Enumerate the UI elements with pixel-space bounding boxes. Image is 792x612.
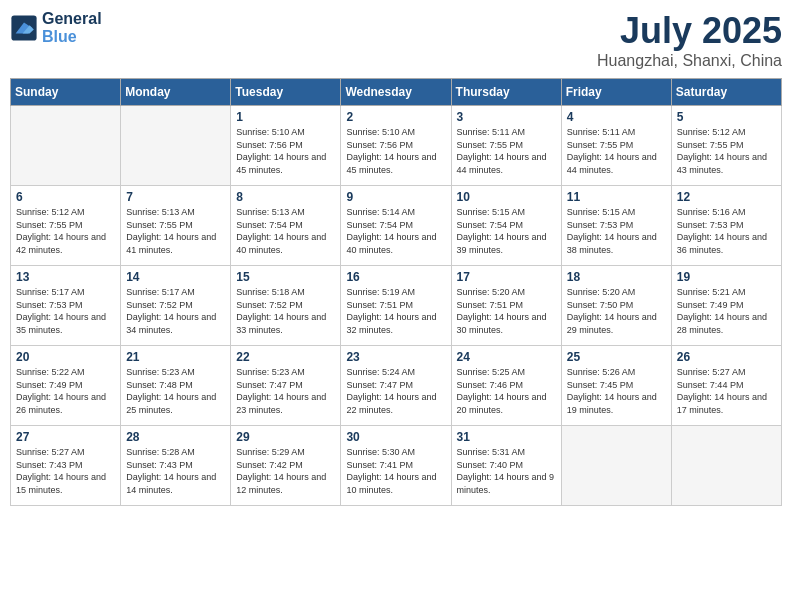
day-number: 20 (16, 350, 115, 364)
calendar-cell: 9 Sunrise: 5:14 AM Sunset: 7:54 PM Dayli… (341, 186, 451, 266)
cell-detail: Sunrise: 5:15 AM Sunset: 7:54 PM Dayligh… (457, 206, 556, 256)
calendar-cell: 3 Sunrise: 5:11 AM Sunset: 7:55 PM Dayli… (451, 106, 561, 186)
cell-detail: Sunrise: 5:13 AM Sunset: 7:55 PM Dayligh… (126, 206, 225, 256)
page-header: General Blue July 2025 Huangzhai, Shanxi… (10, 10, 782, 70)
weekday-friday: Friday (561, 79, 671, 106)
calendar-cell: 15 Sunrise: 5:18 AM Sunset: 7:52 PM Dayl… (231, 266, 341, 346)
calendar-cell: 21 Sunrise: 5:23 AM Sunset: 7:48 PM Dayl… (121, 346, 231, 426)
day-number: 1 (236, 110, 335, 124)
day-number: 4 (567, 110, 666, 124)
day-number: 3 (457, 110, 556, 124)
day-number: 6 (16, 190, 115, 204)
calendar-cell: 8 Sunrise: 5:13 AM Sunset: 7:54 PM Dayli… (231, 186, 341, 266)
calendar-cell: 27 Sunrise: 5:27 AM Sunset: 7:43 PM Dayl… (11, 426, 121, 506)
weekday-monday: Monday (121, 79, 231, 106)
day-number: 25 (567, 350, 666, 364)
calendar-cell: 29 Sunrise: 5:29 AM Sunset: 7:42 PM Dayl… (231, 426, 341, 506)
day-number: 14 (126, 270, 225, 284)
weekday-wednesday: Wednesday (341, 79, 451, 106)
calendar-cell: 26 Sunrise: 5:27 AM Sunset: 7:44 PM Dayl… (671, 346, 781, 426)
day-number: 24 (457, 350, 556, 364)
day-number: 15 (236, 270, 335, 284)
day-number: 16 (346, 270, 445, 284)
weekday-saturday: Saturday (671, 79, 781, 106)
logo-icon (10, 14, 38, 42)
calendar-cell: 10 Sunrise: 5:15 AM Sunset: 7:54 PM Dayl… (451, 186, 561, 266)
cell-detail: Sunrise: 5:21 AM Sunset: 7:49 PM Dayligh… (677, 286, 776, 336)
calendar-body: 1 Sunrise: 5:10 AM Sunset: 7:56 PM Dayli… (11, 106, 782, 506)
cell-detail: Sunrise: 5:18 AM Sunset: 7:52 PM Dayligh… (236, 286, 335, 336)
cell-detail: Sunrise: 5:27 AM Sunset: 7:43 PM Dayligh… (16, 446, 115, 496)
cell-detail: Sunrise: 5:30 AM Sunset: 7:41 PM Dayligh… (346, 446, 445, 496)
calendar-cell (121, 106, 231, 186)
week-row-3: 20 Sunrise: 5:22 AM Sunset: 7:49 PM Dayl… (11, 346, 782, 426)
day-number: 26 (677, 350, 776, 364)
calendar-cell: 28 Sunrise: 5:28 AM Sunset: 7:43 PM Dayl… (121, 426, 231, 506)
day-number: 12 (677, 190, 776, 204)
day-number: 11 (567, 190, 666, 204)
cell-detail: Sunrise: 5:10 AM Sunset: 7:56 PM Dayligh… (346, 126, 445, 176)
cell-detail: Sunrise: 5:10 AM Sunset: 7:56 PM Dayligh… (236, 126, 335, 176)
cell-detail: Sunrise: 5:15 AM Sunset: 7:53 PM Dayligh… (567, 206, 666, 256)
weekday-tuesday: Tuesday (231, 79, 341, 106)
day-number: 9 (346, 190, 445, 204)
calendar-cell: 30 Sunrise: 5:30 AM Sunset: 7:41 PM Dayl… (341, 426, 451, 506)
cell-detail: Sunrise: 5:20 AM Sunset: 7:50 PM Dayligh… (567, 286, 666, 336)
day-number: 2 (346, 110, 445, 124)
cell-detail: Sunrise: 5:12 AM Sunset: 7:55 PM Dayligh… (16, 206, 115, 256)
calendar-cell: 4 Sunrise: 5:11 AM Sunset: 7:55 PM Dayli… (561, 106, 671, 186)
calendar-cell (561, 426, 671, 506)
day-number: 13 (16, 270, 115, 284)
month-title: July 2025 (597, 10, 782, 52)
calendar-cell: 31 Sunrise: 5:31 AM Sunset: 7:40 PM Dayl… (451, 426, 561, 506)
calendar-cell: 24 Sunrise: 5:25 AM Sunset: 7:46 PM Dayl… (451, 346, 561, 426)
calendar-cell (11, 106, 121, 186)
day-number: 29 (236, 430, 335, 444)
calendar-cell: 23 Sunrise: 5:24 AM Sunset: 7:47 PM Dayl… (341, 346, 451, 426)
calendar-cell: 14 Sunrise: 5:17 AM Sunset: 7:52 PM Dayl… (121, 266, 231, 346)
week-row-2: 13 Sunrise: 5:17 AM Sunset: 7:53 PM Dayl… (11, 266, 782, 346)
day-number: 22 (236, 350, 335, 364)
calendar-cell: 7 Sunrise: 5:13 AM Sunset: 7:55 PM Dayli… (121, 186, 231, 266)
cell-detail: Sunrise: 5:31 AM Sunset: 7:40 PM Dayligh… (457, 446, 556, 496)
cell-detail: Sunrise: 5:25 AM Sunset: 7:46 PM Dayligh… (457, 366, 556, 416)
calendar-cell: 18 Sunrise: 5:20 AM Sunset: 7:50 PM Dayl… (561, 266, 671, 346)
calendar-cell: 1 Sunrise: 5:10 AM Sunset: 7:56 PM Dayli… (231, 106, 341, 186)
week-row-4: 27 Sunrise: 5:27 AM Sunset: 7:43 PM Dayl… (11, 426, 782, 506)
cell-detail: Sunrise: 5:11 AM Sunset: 7:55 PM Dayligh… (457, 126, 556, 176)
title-block: July 2025 Huangzhai, Shanxi, China (597, 10, 782, 70)
day-number: 8 (236, 190, 335, 204)
cell-detail: Sunrise: 5:17 AM Sunset: 7:52 PM Dayligh… (126, 286, 225, 336)
day-number: 7 (126, 190, 225, 204)
weekday-sunday: Sunday (11, 79, 121, 106)
day-number: 28 (126, 430, 225, 444)
cell-detail: Sunrise: 5:26 AM Sunset: 7:45 PM Dayligh… (567, 366, 666, 416)
calendar-cell: 16 Sunrise: 5:19 AM Sunset: 7:51 PM Dayl… (341, 266, 451, 346)
logo: General Blue (10, 10, 102, 46)
calendar-cell: 6 Sunrise: 5:12 AM Sunset: 7:55 PM Dayli… (11, 186, 121, 266)
cell-detail: Sunrise: 5:29 AM Sunset: 7:42 PM Dayligh… (236, 446, 335, 496)
cell-detail: Sunrise: 5:16 AM Sunset: 7:53 PM Dayligh… (677, 206, 776, 256)
weekday-header-row: SundayMondayTuesdayWednesdayThursdayFrid… (11, 79, 782, 106)
cell-detail: Sunrise: 5:12 AM Sunset: 7:55 PM Dayligh… (677, 126, 776, 176)
weekday-thursday: Thursday (451, 79, 561, 106)
calendar-cell (671, 426, 781, 506)
day-number: 27 (16, 430, 115, 444)
cell-detail: Sunrise: 5:11 AM Sunset: 7:55 PM Dayligh… (567, 126, 666, 176)
cell-detail: Sunrise: 5:23 AM Sunset: 7:47 PM Dayligh… (236, 366, 335, 416)
day-number: 17 (457, 270, 556, 284)
location-subtitle: Huangzhai, Shanxi, China (597, 52, 782, 70)
cell-detail: Sunrise: 5:28 AM Sunset: 7:43 PM Dayligh… (126, 446, 225, 496)
cell-detail: Sunrise: 5:22 AM Sunset: 7:49 PM Dayligh… (16, 366, 115, 416)
cell-detail: Sunrise: 5:24 AM Sunset: 7:47 PM Dayligh… (346, 366, 445, 416)
day-number: 19 (677, 270, 776, 284)
cell-detail: Sunrise: 5:14 AM Sunset: 7:54 PM Dayligh… (346, 206, 445, 256)
cell-detail: Sunrise: 5:23 AM Sunset: 7:48 PM Dayligh… (126, 366, 225, 416)
calendar-cell: 22 Sunrise: 5:23 AM Sunset: 7:47 PM Dayl… (231, 346, 341, 426)
calendar-cell: 11 Sunrise: 5:15 AM Sunset: 7:53 PM Dayl… (561, 186, 671, 266)
calendar-cell: 2 Sunrise: 5:10 AM Sunset: 7:56 PM Dayli… (341, 106, 451, 186)
day-number: 31 (457, 430, 556, 444)
calendar-cell: 12 Sunrise: 5:16 AM Sunset: 7:53 PM Dayl… (671, 186, 781, 266)
day-number: 21 (126, 350, 225, 364)
day-number: 10 (457, 190, 556, 204)
